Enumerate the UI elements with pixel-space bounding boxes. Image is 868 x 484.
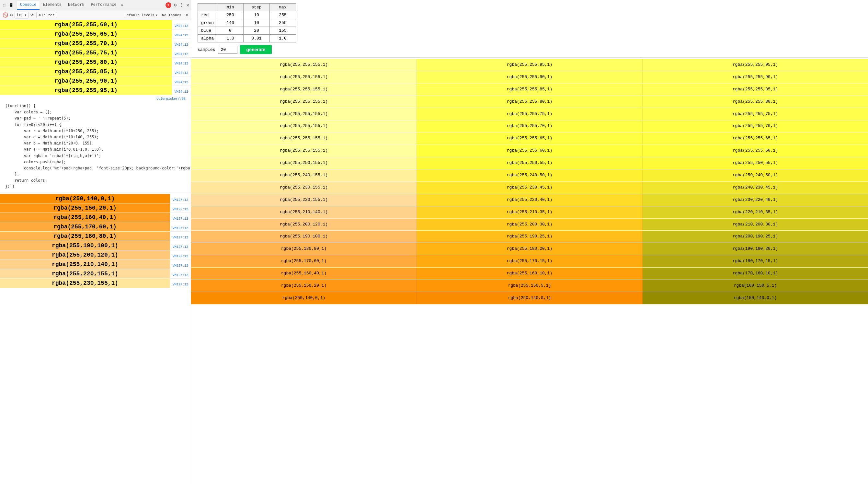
- color-grid-cell: rgba(255,190,100,1): [191, 231, 417, 243]
- color-grid-cell: rgba(255,240,155,1): [191, 170, 417, 181]
- vm-link[interactable]: VM127:12: [170, 206, 191, 213]
- param-step-cell: [244, 27, 270, 35]
- color-swatch: rgba(255,210,140,1): [0, 260, 170, 269]
- tab-network[interactable]: Network: [65, 1, 88, 10]
- vm-link[interactable]: VM24:12: [172, 42, 191, 48]
- vm-link[interactable]: VM24:12: [172, 51, 191, 57]
- color-grid-cell: rgba(255,220,155,1): [191, 194, 417, 206]
- tab-elements[interactable]: Elements: [39, 1, 65, 10]
- param-max-input[interactable]: [273, 28, 292, 33]
- param-label: blue: [198, 27, 217, 35]
- vm-link[interactable]: VM127:12: [170, 197, 191, 203]
- inspect-icon[interactable]: ⬚: [1, 2, 7, 8]
- color-grid-cell: rgba(255,190,25,1): [417, 231, 643, 243]
- color-grid-cell: rgba(255,210,35,1): [417, 206, 643, 218]
- color-grid-cell: rgba(180,170,15,1): [643, 255, 868, 267]
- color-grid-cell: rgba(255,255,80,1): [417, 96, 643, 108]
- levels-chevron: ▾: [155, 13, 158, 17]
- color-grid-cell: rgba(255,250,155,1): [191, 157, 417, 169]
- vm-link[interactable]: VM127:12: [170, 272, 191, 278]
- vm-link[interactable]: VM24:12: [172, 32, 191, 38]
- param-min-cell: [217, 35, 244, 42]
- filter-button[interactable]: ⊘ Filter: [36, 12, 57, 18]
- yellow-color-rows: rgba(255,255,60,1) VM24:12 rgba(255,255,…: [0, 20, 191, 95]
- color-grid-row: rgba(255,150,20,1)rgba(255,150,5,1)rgba(…: [191, 280, 868, 292]
- filter-icon[interactable]: ⊘: [10, 12, 12, 18]
- color-grid-row: rgba(255,160,40,1)rgba(255,160,10,1)rgba…: [191, 268, 868, 280]
- color-grid-row: rgba(250,140,0,1)rgba(250,140,0,1)rgba(1…: [191, 292, 868, 305]
- color-swatch: rgba(255,230,155,1): [0, 279, 170, 288]
- device-icon[interactable]: 📱: [8, 2, 14, 8]
- param-max-input[interactable]: [273, 12, 292, 18]
- orange-color-row: rgba(255,230,155,1) VM127:12: [0, 279, 191, 288]
- color-grid-cell: rgba(200,190,25,1): [643, 231, 868, 243]
- vm-link[interactable]: VM127:12: [170, 216, 191, 222]
- menu-icon[interactable]: ⋮: [179, 2, 184, 8]
- color-grid-cell: rgba(255,255,85,1): [643, 84, 868, 96]
- top-dropdown[interactable]: top ▾: [14, 12, 29, 19]
- color-grid-cell: rgba(255,150,5,1): [417, 280, 643, 292]
- settings-icon[interactable]: ⚙: [174, 2, 177, 8]
- param-step-input[interactable]: [247, 36, 266, 41]
- color-swatch: rgba(255,255,85,1): [0, 67, 172, 76]
- color-swatch: rgba(255,170,60,1): [0, 222, 170, 231]
- vm-link[interactable]: VM127:12: [170, 281, 191, 288]
- samples-input[interactable]: [218, 46, 238, 54]
- vm-link[interactable]: VM127:12: [170, 225, 191, 231]
- orange-color-row: rgba(255,160,40,1) VM127:12: [0, 213, 191, 222]
- param-max-input[interactable]: [273, 36, 292, 41]
- vm-link[interactable]: VM24:12: [172, 61, 191, 67]
- eye-icon[interactable]: 👁: [30, 12, 34, 18]
- vm-link[interactable]: VM127:12: [170, 244, 191, 250]
- color-grid-cell: rgba(255,250,55,1): [417, 157, 643, 169]
- tab-performance[interactable]: Performance: [88, 1, 120, 10]
- color-swatch: rgba(255,255,80,1): [0, 58, 172, 67]
- code-block-row: colorpicker/:68 (function() { var colors…: [0, 95, 191, 194]
- color-grid-cell: rgba(255,255,90,1): [417, 71, 643, 83]
- vm-link[interactable]: VM127:12: [170, 263, 191, 269]
- tabs-more[interactable]: »: [121, 3, 123, 7]
- param-step-input[interactable]: [247, 28, 266, 33]
- color-grid-row: rgba(255,190,100,1)rgba(255,190,25,1)rgb…: [191, 231, 868, 243]
- vm-link[interactable]: VM24:12: [172, 70, 191, 76]
- color-grid-row: rgba(255,170,60,1)rgba(255,170,15,1)rgba…: [191, 255, 868, 268]
- vm-link[interactable]: VM24:12: [172, 23, 191, 29]
- color-grid-row: rgba(255,250,155,1)rgba(255,250,55,1)rgb…: [191, 157, 868, 170]
- dropdown-chevron: ▾: [24, 12, 27, 18]
- clear-console-icon[interactable]: 🚫: [3, 12, 8, 18]
- param-max-input[interactable]: [273, 21, 292, 25]
- param-min-input[interactable]: [221, 12, 240, 18]
- param-min-input[interactable]: [221, 36, 240, 41]
- orange-color-row: rgba(255,170,60,1) VM127:12: [0, 222, 191, 232]
- yellow-color-row: rgba(255,255,90,1) VM24:12: [0, 77, 191, 86]
- vm-link[interactable]: VM24:12: [172, 79, 191, 86]
- tab-console[interactable]: Console: [17, 1, 39, 10]
- generate-button[interactable]: generate: [240, 45, 272, 54]
- color-grid-cell: rgba(255,255,155,1): [191, 84, 417, 96]
- color-grid-cell: rgba(255,255,65,1): [417, 132, 643, 145]
- param-step-input[interactable]: [247, 21, 266, 25]
- right-panel: min step max red green blue alpha sample…: [191, 0, 868, 484]
- param-min-input[interactable]: [221, 21, 240, 25]
- param-min-input[interactable]: [221, 28, 240, 33]
- vm-link[interactable]: VM127:12: [170, 253, 191, 260]
- vm-link[interactable]: VM127:12: [170, 235, 191, 241]
- samples-label: samples: [197, 47, 215, 52]
- close-icon[interactable]: ✕: [186, 2, 189, 8]
- param-step-input[interactable]: [247, 12, 266, 18]
- color-form: min step max red green blue alpha sample…: [191, 0, 868, 58]
- color-grid-cell: rgba(255,250,55,1): [643, 157, 868, 169]
- col-step-header: step: [244, 4, 270, 11]
- settings-gear-icon[interactable]: ⚙: [186, 12, 188, 18]
- color-swatch: rgba(255,255,95,1): [0, 86, 172, 95]
- color-swatch: rgba(250,140,0,1): [0, 194, 170, 203]
- default-levels-dropdown[interactable]: Default levels ▾: [124, 13, 157, 17]
- color-grid-row: rgba(255,255,155,1)rgba(255,255,75,1)rgb…: [191, 108, 868, 121]
- color-grid-row: rgba(255,240,155,1)rgba(255,240,50,1)rgb…: [191, 170, 868, 182]
- color-grid-cell: rgba(250,140,0,1): [417, 292, 643, 304]
- vm-link[interactable]: VM24:12: [172, 89, 191, 95]
- param-label: green: [198, 19, 217, 27]
- no-issues-label: No Issues: [159, 13, 184, 17]
- color-grid-row: rgba(255,255,155,1)rgba(255,255,85,1)rgb…: [191, 84, 868, 96]
- color-swatch: rgba(255,150,20,1): [0, 204, 170, 213]
